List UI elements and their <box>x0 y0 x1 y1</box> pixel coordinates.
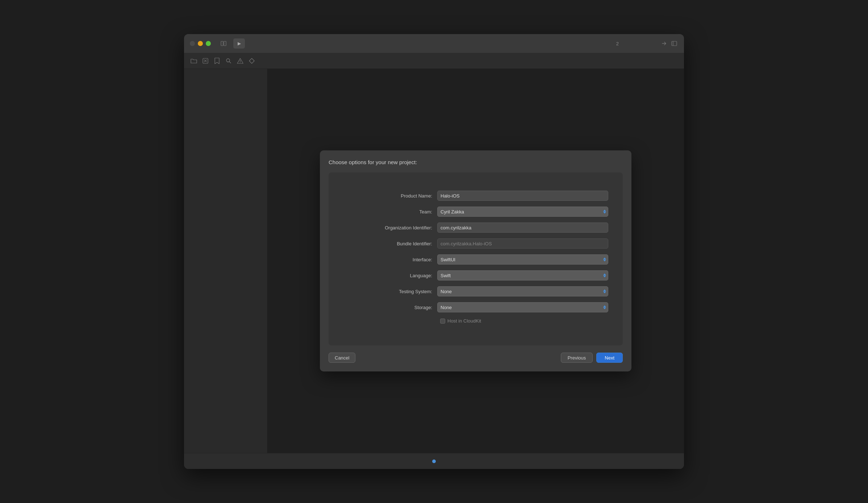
team-select-wrapper: Cyril Zakka Add Account... None <box>437 207 608 217</box>
dialog-title: Choose options for your new project: <box>329 159 623 165</box>
cloudkit-label-text: Host in CloudKit <box>447 318 481 324</box>
nav-forward-icon[interactable] <box>660 40 668 47</box>
interface-select-wrapper: SwiftUI Storyboard <box>437 254 608 265</box>
bottom-bar <box>184 453 684 469</box>
app-window: ▶ 2 <box>184 34 684 469</box>
title-bar-badge: 2 <box>616 41 619 46</box>
warning-icon[interactable] <box>236 57 244 65</box>
product-name-label: Product Name: <box>343 193 437 199</box>
testing-select[interactable]: None XCTest Swift Testing <box>437 286 608 296</box>
play-icon: ▶ <box>238 41 241 46</box>
cloudkit-label[interactable]: Host in CloudKit <box>440 318 481 324</box>
bookmark-icon[interactable] <box>213 57 221 65</box>
minimize-button[interactable] <box>198 41 203 46</box>
language-row: Language: Swift Objective-C <box>343 270 608 280</box>
title-bar: ▶ 2 <box>184 34 684 53</box>
dialog-overlay: Choose options for your new project: Pro… <box>267 69 684 453</box>
close-x-icon[interactable] <box>201 57 209 65</box>
svg-rect-0 <box>221 41 223 46</box>
toolbar <box>184 53 684 69</box>
folder-icon[interactable] <box>190 57 198 65</box>
dialog-form-area: Product Name: Team: Cyril Zakka Add Acco… <box>329 172 623 345</box>
sidebar <box>184 69 267 453</box>
team-select[interactable]: Cyril Zakka Add Account... None <box>437 207 608 217</box>
storage-label: Storage: <box>343 305 437 310</box>
close-button[interactable] <box>190 41 195 46</box>
main-content: Choose options for your new project: Pro… <box>184 69 684 453</box>
storage-select-wrapper: None Core Data SwiftData <box>437 302 608 312</box>
bundle-identifier-label: Bundle Identifier: <box>343 241 437 246</box>
testing-system-row: Testing System: None XCTest Swift Testin… <box>343 286 608 296</box>
maximize-button[interactable] <box>206 41 211 46</box>
product-name-row: Product Name: <box>343 191 608 201</box>
team-row: Team: Cyril Zakka Add Account... None <box>343 207 608 217</box>
product-name-input[interactable] <box>437 191 608 201</box>
status-indicator <box>432 460 436 463</box>
org-identifier-label: Organization Identifier: <box>343 225 437 230</box>
bundle-identifier-row: Bundle Identifier: <box>343 238 608 249</box>
title-bar-icons <box>220 40 228 47</box>
testing-system-label: Testing System: <box>343 289 437 294</box>
org-identifier-input[interactable] <box>437 223 608 233</box>
team-label: Team: <box>343 209 437 215</box>
previous-button[interactable]: Previous <box>561 353 593 363</box>
layout-icon[interactable] <box>220 40 228 47</box>
diamond-icon[interactable] <box>248 57 256 65</box>
cloudkit-row: Host in CloudKit <box>437 318 608 324</box>
storage-row: Storage: None Core Data SwiftData <box>343 302 608 312</box>
language-label: Language: <box>343 273 437 278</box>
interface-row: Interface: SwiftUI Storyboard <box>343 254 608 265</box>
dialog-footer: Cancel Previous Next <box>329 353 623 363</box>
interface-select[interactable]: SwiftUI Storyboard <box>437 254 608 265</box>
svg-point-6 <box>240 62 241 63</box>
language-select[interactable]: Swift Objective-C <box>437 270 608 280</box>
testing-select-wrapper: None XCTest Swift Testing <box>437 286 608 296</box>
cloudkit-checkbox[interactable] <box>440 319 445 324</box>
org-identifier-row: Organization Identifier: <box>343 223 608 233</box>
play-button[interactable]: ▶ <box>233 38 245 49</box>
bundle-identifier-input <box>437 238 608 249</box>
cancel-button[interactable]: Cancel <box>329 353 355 363</box>
title-bar-right-icons <box>660 40 678 47</box>
language-select-wrapper: Swift Objective-C <box>437 270 608 280</box>
new-project-dialog: Choose options for your new project: Pro… <box>320 150 631 371</box>
footer-right-buttons: Previous Next <box>561 353 623 363</box>
svg-rect-1 <box>224 41 226 46</box>
interface-label: Interface: <box>343 257 437 262</box>
svg-rect-2 <box>672 41 677 46</box>
search-icon[interactable] <box>225 57 233 65</box>
storage-select[interactable]: None Core Data SwiftData <box>437 302 608 312</box>
next-button[interactable]: Next <box>596 353 623 363</box>
panel-icon[interactable] <box>670 40 678 47</box>
